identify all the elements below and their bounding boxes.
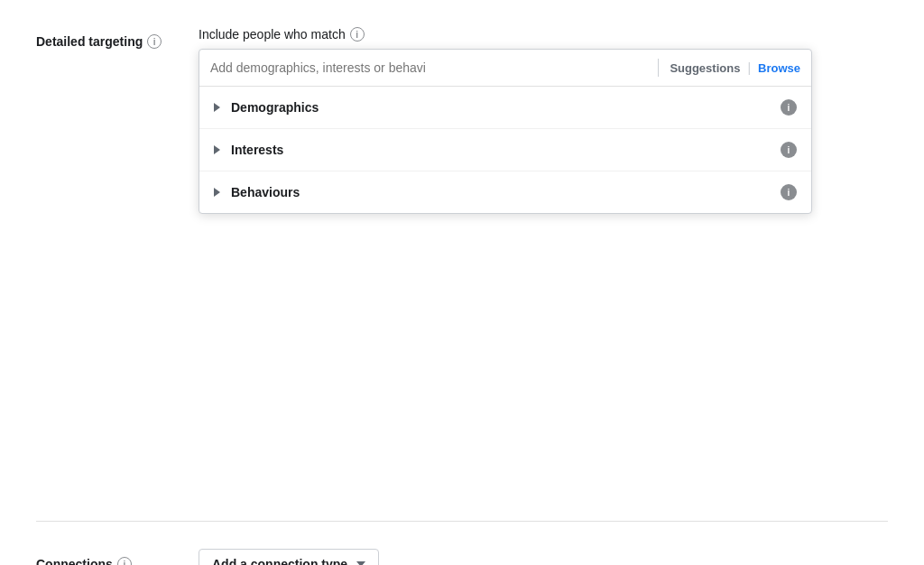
chevron-right-icon-behaviours: [214, 188, 220, 197]
demographics-search-input[interactable]: [210, 50, 647, 86]
detailed-targeting-label: Detailed targeting i: [36, 27, 180, 49]
include-label: Include people who match i: [199, 27, 888, 42]
category-row-demographics[interactable]: Demographics i: [199, 87, 811, 129]
tab-browse[interactable]: Browse: [758, 51, 800, 86]
section-divider: [36, 521, 888, 522]
detailed-targeting-text: Detailed targeting: [36, 34, 143, 49]
demographics-label: Demographics: [231, 100, 781, 115]
category-row-behaviours[interactable]: Behaviours i: [199, 171, 811, 213]
dropdown-arrow-icon: [356, 561, 365, 565]
search-row: Suggestions | Browse: [199, 50, 811, 87]
detailed-targeting-section: Detailed targeting i Include people who …: [36, 27, 888, 214]
search-divider: [658, 59, 659, 77]
tab-suggestions[interactable]: Suggestions: [670, 51, 740, 86]
connections-label-text: Connections: [36, 557, 113, 565]
chevron-right-icon-demographics: [214, 103, 220, 112]
tab-divider: |: [747, 60, 751, 75]
targeting-dropdown: Suggestions | Browse Demographics i Inte…: [199, 49, 812, 214]
page-container: Detailed targeting i Include people who …: [0, 0, 924, 565]
add-connection-type-button[interactable]: Add a connection type: [199, 549, 379, 565]
include-label-text: Include people who match: [199, 27, 346, 42]
connection-dropdown-label: Add a connection type: [212, 557, 347, 565]
targeting-content: Include people who match i Suggestions |…: [199, 27, 888, 214]
interests-label: Interests: [231, 143, 781, 157]
category-row-interests[interactable]: Interests i: [199, 129, 811, 171]
behaviours-label: Behaviours: [231, 185, 781, 199]
behaviours-info-icon[interactable]: i: [781, 184, 797, 200]
demographics-info-icon[interactable]: i: [781, 99, 797, 116]
connections-section: Connections i Add a connection type: [36, 549, 888, 565]
chevron-right-icon-interests: [214, 145, 220, 154]
interests-info-icon[interactable]: i: [781, 142, 797, 158]
detailed-targeting-info-icon[interactable]: i: [147, 34, 162, 49]
connections-info-icon[interactable]: i: [117, 557, 132, 565]
connections-label: Connections i: [36, 557, 180, 565]
include-info-icon[interactable]: i: [350, 27, 365, 42]
